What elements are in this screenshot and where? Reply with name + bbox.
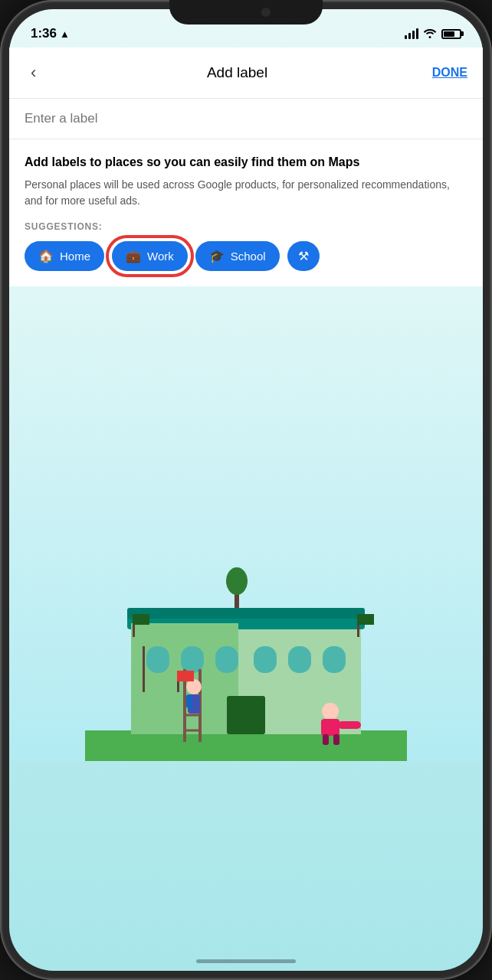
- svg-rect-0: [85, 730, 407, 761]
- header: ‹ Add label DONE: [9, 47, 483, 99]
- label-input-section[interactable]: [9, 99, 483, 139]
- done-button[interactable]: DONE: [432, 66, 467, 80]
- svg-rect-14: [143, 646, 145, 692]
- battery-icon: [441, 29, 461, 39]
- scene-svg: [85, 547, 407, 761]
- svg-rect-3: [127, 608, 365, 619]
- app-content: ‹ Add label DONE Add labels to places so…: [9, 47, 483, 286]
- chip-school-label: School: [231, 250, 266, 263]
- svg-rect-9: [288, 646, 311, 673]
- svg-rect-5: [146, 646, 169, 673]
- work-icon: 💼: [126, 249, 141, 263]
- home-icon: 🏠: [38, 249, 54, 263]
- back-button[interactable]: ‹: [25, 60, 42, 86]
- svg-rect-7: [215, 646, 238, 673]
- school-icon: 🎓: [209, 249, 225, 263]
- svg-rect-31: [357, 614, 374, 625]
- suggestions-label: SUGGESTIONS:: [25, 221, 467, 232]
- svg-rect-33: [133, 614, 149, 625]
- building-scene: [85, 547, 407, 761]
- status-time: 1:36 ▲: [31, 26, 70, 41]
- svg-rect-22: [186, 694, 192, 708]
- svg-rect-24: [177, 671, 194, 681]
- svg-rect-11: [227, 696, 265, 734]
- chip-work-label: Work: [147, 250, 174, 263]
- illustration-area: [9, 286, 483, 761]
- info-title: Add labels to places so you can easily f…: [25, 155, 467, 171]
- page-title: Add label: [207, 64, 267, 81]
- camera: [261, 8, 271, 17]
- chip-school[interactable]: 🎓 School: [195, 241, 280, 271]
- time-display: 1:36: [31, 26, 57, 41]
- svg-rect-8: [254, 646, 277, 673]
- location-icon: ▲: [60, 28, 70, 40]
- info-subtitle: Personal places will be used across Goog…: [25, 177, 467, 209]
- svg-point-25: [322, 703, 339, 720]
- chip-work[interactable]: 💼 Work: [112, 241, 188, 271]
- phone-frame: 1:36 ▲: [0, 0, 492, 980]
- chip-work-wrapper: 💼 Work: [112, 241, 188, 271]
- svg-point-13: [226, 567, 248, 595]
- chip-home[interactable]: 🏠 Home: [25, 241, 104, 271]
- svg-rect-26: [321, 719, 339, 736]
- info-section: Add labels to places so you can easily f…: [9, 139, 483, 286]
- svg-rect-28: [323, 734, 329, 745]
- chips-row: 🏠 Home 💼 Work 🎓 School: [25, 241, 467, 279]
- signal-icon: [405, 28, 418, 39]
- chip-home-label: Home: [60, 250, 90, 263]
- chip-extra[interactable]: ⚒: [287, 241, 320, 271]
- label-input[interactable]: [25, 111, 467, 126]
- svg-rect-10: [323, 646, 346, 673]
- extra-icon: ⚒: [298, 249, 309, 263]
- status-icons: [405, 28, 461, 41]
- svg-rect-6: [181, 646, 204, 673]
- notch: [185, 0, 307, 23]
- screen: 1:36 ▲: [9, 9, 483, 971]
- svg-rect-29: [333, 734, 339, 745]
- home-indicator: [196, 959, 296, 963]
- wifi-icon: [423, 28, 437, 41]
- svg-rect-27: [338, 721, 361, 729]
